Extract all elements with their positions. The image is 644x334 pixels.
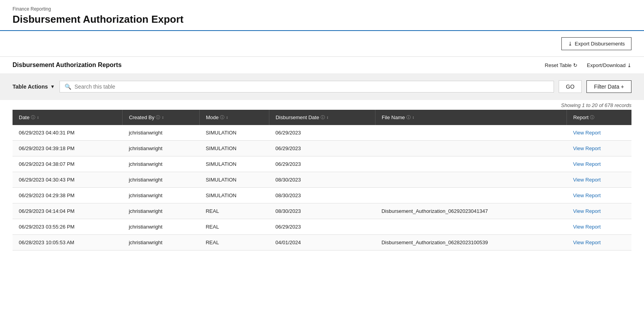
cell-created-by: jchristianwright bbox=[123, 125, 200, 141]
col-file-name-label: File Name bbox=[382, 114, 405, 120]
col-disbursement-date-label: Disbursement Date bbox=[276, 114, 319, 120]
cell-created-by: jchristianwright bbox=[123, 219, 200, 235]
export-download-button[interactable]: Export/Download ⤓ bbox=[587, 62, 631, 68]
breadcrumb: Finance Reporting bbox=[13, 6, 631, 12]
cell-file-name bbox=[375, 219, 566, 235]
cell-date: 06/29/2023 04:29:38 PM bbox=[13, 188, 123, 203]
section-header: Disbursement Authorization Reports Reset… bbox=[0, 57, 644, 73]
date-info-icon: ⓘ bbox=[31, 114, 35, 120]
cell-date: 06/28/2023 10:05:53 AM bbox=[13, 235, 123, 250]
view-report-link[interactable]: View Report bbox=[573, 177, 601, 183]
cell-disbursement-date: 04/01/2024 bbox=[269, 235, 375, 250]
export-icon: ⤓ bbox=[568, 41, 572, 47]
search-icon: 🔍 bbox=[65, 84, 71, 90]
filter-data-label: Filter Data + bbox=[594, 84, 624, 90]
search-input[interactable] bbox=[74, 84, 548, 90]
header-row: Date ⓘ ↕ Created By ⓘ ↕ Mode ⓘ bbox=[13, 110, 631, 125]
cell-report: View Report bbox=[567, 219, 631, 235]
cell-date: 06/29/2023 03:55:26 PM bbox=[13, 219, 123, 235]
table-row: 06/29/2023 04:40:31 PMjchristianwrightSI… bbox=[13, 125, 631, 141]
go-button[interactable]: GO bbox=[559, 80, 582, 93]
go-label: GO bbox=[566, 84, 575, 90]
export-button-label: Export Disbursements bbox=[575, 41, 625, 47]
records-count: Showing 1 to 20 of 678 records bbox=[561, 102, 631, 108]
cell-report: View Report bbox=[567, 125, 631, 141]
cell-report: View Report bbox=[567, 235, 631, 250]
section-actions: Reset Table ↻ Export/Download ⤓ bbox=[545, 62, 631, 68]
col-mode[interactable]: Mode ⓘ ↕ bbox=[199, 110, 269, 125]
col-date[interactable]: Date ⓘ ↕ bbox=[13, 110, 123, 125]
reset-icon: ↻ bbox=[573, 62, 577, 68]
cell-report: View Report bbox=[567, 203, 631, 219]
col-file-name[interactable]: File Name ⓘ ↕ bbox=[375, 110, 566, 125]
disbursement-date-info-icon: ⓘ bbox=[321, 114, 325, 120]
col-mode-label: Mode bbox=[206, 114, 219, 120]
cell-report: View Report bbox=[567, 188, 631, 203]
cell-disbursement-date: 06/29/2023 bbox=[269, 125, 375, 141]
view-report-link[interactable]: View Report bbox=[573, 145, 601, 151]
cell-file-name: Disbursement_Authorization_0629202304134… bbox=[375, 203, 566, 219]
cell-created-by: jchristianwright bbox=[123, 156, 200, 172]
download-icon: ⤓ bbox=[627, 62, 631, 68]
view-report-link[interactable]: View Report bbox=[573, 208, 601, 214]
cell-file-name bbox=[375, 156, 566, 172]
cell-created-by: jchristianwright bbox=[123, 172, 200, 188]
cell-date: 06/29/2023 04:40:31 PM bbox=[13, 125, 123, 141]
table-actions-label: Table Actions bbox=[13, 84, 48, 90]
disbursement-date-sort-icon: ↕ bbox=[327, 115, 328, 120]
cell-file-name: Disbursement_Authorization_0628202310053… bbox=[375, 235, 566, 250]
col-report: Report ⓘ bbox=[567, 110, 631, 125]
table-body: 06/29/2023 04:40:31 PMjchristianwrightSI… bbox=[13, 125, 631, 250]
table-wrapper: Date ⓘ ↕ Created By ⓘ ↕ Mode ⓘ bbox=[0, 110, 644, 263]
filter-data-button[interactable]: Filter Data + bbox=[586, 80, 631, 93]
top-bar: Finance Reporting Disbursement Authoriza… bbox=[0, 0, 644, 31]
table-actions-button[interactable]: Table Actions ▼ bbox=[13, 84, 55, 90]
cell-file-name bbox=[375, 188, 566, 203]
file-name-sort-icon: ↕ bbox=[412, 115, 414, 120]
table-row: 06/29/2023 03:55:26 PMjchristianwrightRE… bbox=[13, 219, 631, 235]
cell-mode: SIMULATION bbox=[199, 141, 269, 156]
view-report-link[interactable]: View Report bbox=[573, 192, 601, 198]
table-row: 06/29/2023 04:38:07 PMjchristianwrightSI… bbox=[13, 156, 631, 172]
records-info: Showing 1 to 20 of 678 records bbox=[0, 100, 644, 110]
cell-date: 06/29/2023 04:38:07 PM bbox=[13, 156, 123, 172]
cell-disbursement-date: 08/30/2023 bbox=[269, 188, 375, 203]
cell-file-name bbox=[375, 172, 566, 188]
cell-created-by: jchristianwright bbox=[123, 188, 200, 203]
created-by-info-icon: ⓘ bbox=[156, 114, 160, 120]
table-row: 06/29/2023 04:39:18 PMjchristianwrightSI… bbox=[13, 141, 631, 156]
view-report-link[interactable]: View Report bbox=[573, 161, 601, 167]
search-wrapper: 🔍 bbox=[60, 81, 554, 93]
file-name-info-icon: ⓘ bbox=[406, 114, 411, 120]
col-disbursement-date[interactable]: Disbursement Date ⓘ ↕ bbox=[269, 110, 375, 125]
view-report-link[interactable]: View Report bbox=[573, 224, 601, 230]
cell-created-by: jchristianwright bbox=[123, 235, 200, 250]
table-row: 06/29/2023 04:30:43 PMjchristianwrightSI… bbox=[13, 172, 631, 188]
reset-table-button[interactable]: Reset Table ↻ bbox=[545, 62, 577, 68]
col-date-label: Date bbox=[19, 114, 29, 120]
table-row: 06/29/2023 04:29:38 PMjchristianwrightSI… bbox=[13, 188, 631, 203]
cell-mode: SIMULATION bbox=[199, 125, 269, 141]
export-disbursements-button[interactable]: ⤓ Export Disbursements bbox=[561, 37, 631, 50]
page-title: Disbursement Authorization Export bbox=[13, 13, 631, 25]
cell-disbursement-date: 08/30/2023 bbox=[269, 172, 375, 188]
cell-mode: SIMULATION bbox=[199, 172, 269, 188]
cell-date: 06/29/2023 04:14:04 PM bbox=[13, 203, 123, 219]
export-download-label: Export/Download bbox=[587, 62, 626, 68]
view-report-link[interactable]: View Report bbox=[573, 240, 601, 245]
cell-disbursement-date: 06/29/2023 bbox=[269, 156, 375, 172]
col-report-label: Report bbox=[573, 114, 588, 120]
table-row: 06/28/2023 10:05:53 AMjchristianwrightRE… bbox=[13, 235, 631, 250]
cell-created-by: jchristianwright bbox=[123, 203, 200, 219]
section-title: Disbursement Authorization Reports bbox=[13, 62, 122, 69]
cell-mode: SIMULATION bbox=[199, 156, 269, 172]
col-created-by[interactable]: Created By ⓘ ↕ bbox=[123, 110, 200, 125]
cell-disbursement-date: 08/30/2023 bbox=[269, 203, 375, 219]
report-info-icon: ⓘ bbox=[590, 114, 594, 120]
reset-table-label: Reset Table bbox=[545, 62, 572, 68]
cell-file-name bbox=[375, 141, 566, 156]
view-report-link[interactable]: View Report bbox=[573, 130, 601, 136]
date-sort-icon: ↕ bbox=[37, 115, 39, 120]
toolbar-row: ⤓ Export Disbursements bbox=[0, 31, 644, 57]
col-created-by-label: Created By bbox=[129, 114, 154, 120]
